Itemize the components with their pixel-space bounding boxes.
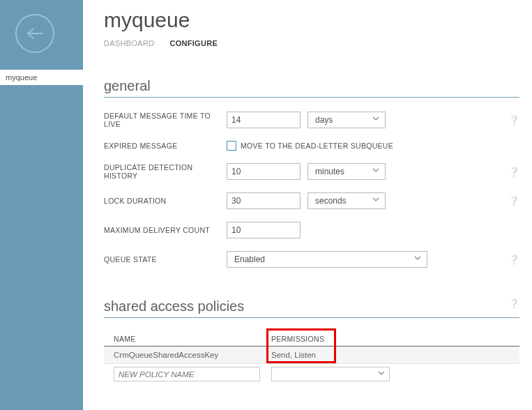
select-ttl-unit[interactable]: days	[307, 112, 386, 128]
sidebar: myqueue	[0, 0, 83, 410]
label-queue-state: QUEUE STATE	[104, 255, 227, 264]
label-lock-duration: LOCK DURATION	[104, 197, 227, 205]
select-lock-unit-value: seconds	[315, 196, 347, 206]
col-header-permissions: PERMISSIONS	[271, 335, 512, 343]
table-row-new	[104, 363, 519, 384]
table-header: NAME PERMISSIONS	[104, 332, 519, 347]
table-row[interactable]: CrmQueueSharedAccessKey Send, Listen	[104, 347, 519, 363]
help-icon[interactable]: ❔	[508, 298, 519, 309]
input-message-ttl[interactable]	[227, 112, 301, 128]
row-expired-message: EXPIRED MESSAGE MOVE TO THE DEAD-LETTER …	[104, 141, 519, 151]
tab-dashboard[interactable]: DASHBOARD	[104, 39, 154, 47]
help-icon[interactable]: ❔	[508, 115, 519, 126]
select-ttl-unit-value: days	[315, 115, 333, 125]
select-dup-unit[interactable]: minutes	[307, 163, 386, 180]
cell-policy-permissions: Send, Listen	[271, 351, 512, 359]
help-icon[interactable]: ❔	[508, 167, 519, 177]
row-max-delivery: MAXIMUM DELIVERY COUNT	[104, 222, 519, 238]
input-duplicate-detection[interactable]	[227, 163, 301, 180]
sidebar-item-myqueue[interactable]: myqueue	[0, 70, 83, 85]
help-icon[interactable]: ❔	[508, 196, 519, 206]
row-lock-duration: LOCK DURATION seconds ❔	[104, 192, 519, 209]
select-new-policy-permissions[interactable]	[271, 367, 390, 381]
section-policies-heading: shared access policies ❔	[104, 298, 519, 318]
tabs: DASHBOARD CONFIGURE	[104, 39, 519, 47]
section-policies-label: shared access policies	[104, 298, 244, 314]
tab-configure[interactable]: CONFIGURE	[169, 39, 218, 47]
input-new-policy-name[interactable]	[114, 367, 260, 381]
cell-policy-name: CrmQueueSharedAccessKey	[114, 351, 271, 359]
chevron-down-icon	[372, 168, 379, 175]
chevron-down-icon	[378, 371, 385, 378]
page-title: myqueue	[104, 8, 519, 32]
row-duplicate-detection: DUPLICATE DETECTION HISTORY minutes ❔	[104, 163, 519, 180]
col-header-name: NAME	[114, 335, 271, 343]
section-general-heading: general	[104, 78, 519, 98]
row-queue-state: QUEUE STATE Enabled ❔	[104, 251, 519, 268]
chevron-down-icon	[372, 116, 379, 123]
label-max-delivery: MAXIMUM DELIVERY COUNT	[104, 226, 227, 234]
arrow-left-icon	[26, 26, 44, 40]
input-lock-duration[interactable]	[227, 192, 301, 209]
policies-table: NAME PERMISSIONS CrmQueueSharedAccessKey…	[104, 332, 519, 384]
row-message-ttl: DEFAULT MESSAGE TIME TO LIVE days ❔	[104, 112, 519, 128]
section-general-label: general	[104, 78, 151, 93]
chevron-down-icon	[372, 197, 379, 204]
help-icon[interactable]: ❔	[508, 255, 519, 265]
select-queue-state[interactable]: Enabled	[227, 251, 427, 268]
select-queue-state-value: Enabled	[234, 255, 265, 264]
input-max-delivery[interactable]	[227, 222, 301, 238]
select-dup-unit-value: minutes	[315, 167, 344, 176]
main-panel: myqueue DASHBOARD CONFIGURE general DEFA…	[83, 0, 532, 410]
checkbox-deadletter-label: MOVE TO THE DEAD-LETTER SUBQUEUE	[241, 142, 393, 150]
label-message-ttl: DEFAULT MESSAGE TIME TO LIVE	[104, 112, 227, 128]
back-button[interactable]	[15, 14, 54, 53]
label-expired-message: EXPIRED MESSAGE	[104, 142, 227, 150]
label-duplicate-detection: DUPLICATE DETECTION HISTORY	[104, 163, 227, 180]
select-lock-unit[interactable]: seconds	[307, 192, 386, 209]
checkbox-deadletter[interactable]	[227, 141, 236, 151]
chevron-down-icon	[414, 256, 421, 263]
